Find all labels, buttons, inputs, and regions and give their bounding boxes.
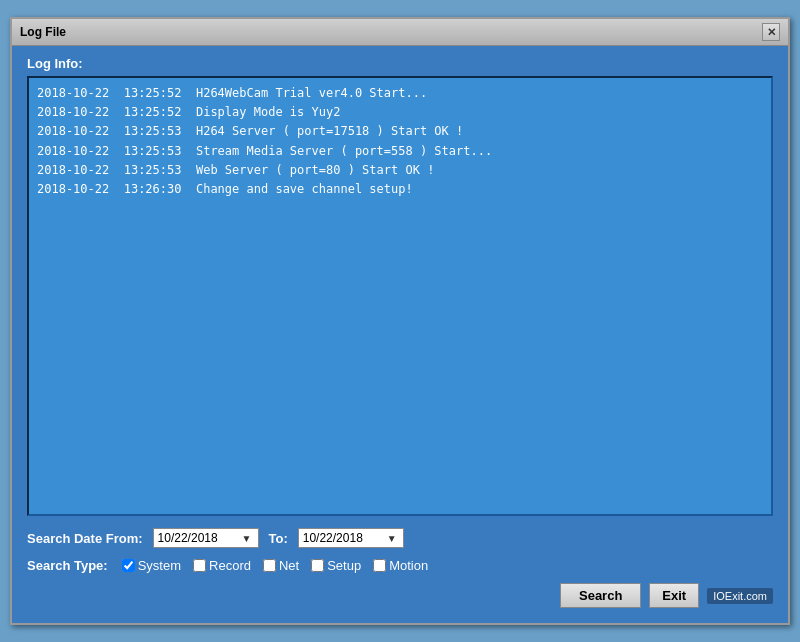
checkbox-net-label: Net: [279, 558, 299, 573]
checkbox-motion-input[interactable]: [373, 559, 386, 572]
search-button[interactable]: Search: [560, 583, 641, 608]
window-title: Log File: [20, 25, 66, 39]
log-info-label: Log Info:: [27, 56, 773, 71]
date-from-input-wrap: ▼: [153, 528, 259, 548]
date-to-input[interactable]: [303, 531, 383, 545]
checkbox-net-input[interactable]: [263, 559, 276, 572]
search-date-row: Search Date From: ▼ To: ▼: [27, 528, 773, 548]
checkbox-system[interactable]: System: [122, 558, 181, 573]
log-file-window: Log File ✕ Log Info: 2018-10-22 13:25:52…: [10, 17, 790, 625]
search-type-label: Search Type:: [27, 558, 108, 573]
log-entry: 2018-10-22 13:25:52 H264WebCam Trial ver…: [37, 84, 763, 103]
log-entry: 2018-10-22 13:25:53 H264 Server ( port=1…: [37, 122, 763, 141]
checkbox-record[interactable]: Record: [193, 558, 251, 573]
to-label: To:: [269, 531, 288, 546]
checkbox-system-label: System: [138, 558, 181, 573]
checkbox-setup[interactable]: Setup: [311, 558, 361, 573]
log-entry: 2018-10-22 13:25:53 Web Server ( port=80…: [37, 161, 763, 180]
date-to-input-wrap: ▼: [298, 528, 404, 548]
bottom-row: Search Exit IOExit.com: [27, 583, 773, 608]
exit-button[interactable]: Exit: [649, 583, 699, 608]
checkbox-record-label: Record: [209, 558, 251, 573]
checkbox-system-input[interactable]: [122, 559, 135, 572]
checkbox-setup-input[interactable]: [311, 559, 324, 572]
log-entry: 2018-10-22 13:25:52 Display Mode is Yuy2: [37, 103, 763, 122]
close-button[interactable]: ✕: [762, 23, 780, 41]
date-from-dropdown-arrow[interactable]: ▼: [240, 533, 254, 544]
title-bar: Log File ✕: [12, 19, 788, 46]
checkbox-record-input[interactable]: [193, 559, 206, 572]
log-entry: 2018-10-22 13:25:53 Stream Media Server …: [37, 142, 763, 161]
search-type-row: Search Type: System Record Net Setup Mot…: [27, 558, 773, 573]
checkbox-motion-label: Motion: [389, 558, 428, 573]
date-from-input[interactable]: [158, 531, 238, 545]
checkbox-net[interactable]: Net: [263, 558, 299, 573]
checkbox-motion[interactable]: Motion: [373, 558, 428, 573]
search-date-from-label: Search Date From:: [27, 531, 143, 546]
date-to-dropdown-arrow[interactable]: ▼: [385, 533, 399, 544]
checkbox-setup-label: Setup: [327, 558, 361, 573]
log-box: 2018-10-22 13:25:52 H264WebCam Trial ver…: [27, 76, 773, 516]
window-body: Log Info: 2018-10-22 13:25:52 H264WebCam…: [12, 46, 788, 623]
ioexit-logo: IOExit.com: [707, 588, 773, 604]
log-entry: 2018-10-22 13:26:30 Change and save chan…: [37, 180, 763, 199]
